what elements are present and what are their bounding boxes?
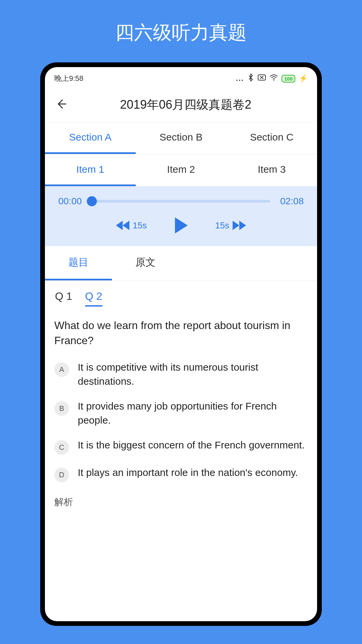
audio-total-time: 02:08: [277, 196, 304, 207]
qnav-q2[interactable]: Q 2: [85, 290, 103, 307]
wifi-icon: [269, 74, 278, 83]
audio-player: 00:00 02:08 15s 15s: [45, 186, 317, 246]
back-button[interactable]: [53, 95, 69, 115]
section-tabs: Section A Section B Section C: [45, 122, 317, 154]
tab-questions[interactable]: 题目: [45, 246, 112, 280]
forward-label: 15s: [215, 220, 229, 231]
answer-text: It is the biggest concern of the French …: [78, 438, 305, 452]
status-time: 晚上9:58: [54, 73, 83, 84]
phone-frame: 晚上9:58 ... 100 ⚡ 2019年06月四级真题卷2: [40, 62, 322, 626]
answer-text: It is competitive with its numerous tour…: [78, 360, 308, 388]
answer-letter: B: [54, 401, 69, 416]
analysis-label[interactable]: 解析: [45, 488, 317, 513]
audio-controls: 15s 15s: [58, 217, 304, 234]
tab-transcript[interactable]: 原文: [112, 246, 179, 280]
slider-thumb[interactable]: [87, 196, 97, 206]
audio-current-time: 00:00: [58, 196, 85, 207]
play-button[interactable]: [167, 217, 195, 234]
answer-option-a[interactable]: A It is competitive with its numerous to…: [53, 355, 309, 394]
svg-point-1: [273, 80, 274, 81]
app-bar: 2019年06月四级真题卷2: [45, 88, 317, 122]
tab-item-1[interactable]: Item 1: [45, 154, 136, 186]
promo-title: 四六级听力真题: [0, 0, 362, 62]
answer-option-c[interactable]: C It is the biggest concern of the Frenc…: [53, 433, 309, 460]
question-text: What do we learn from the report about t…: [45, 310, 317, 355]
tab-item-2[interactable]: Item 2: [136, 154, 227, 186]
answer-text: It plays an important role in the nation…: [78, 466, 298, 480]
status-indicators: ... 100 ⚡: [236, 73, 308, 84]
phone-screen: 晚上9:58 ... 100 ⚡ 2019年06月四级真题卷2: [45, 67, 317, 621]
battery-indicator: 100: [282, 75, 295, 83]
rotation-lock-icon: [257, 74, 266, 83]
charging-icon: ⚡: [299, 74, 308, 83]
item-tabs: Item 1 Item 2 Item 3: [45, 154, 317, 186]
answer-option-b[interactable]: B It provides many job opportunities for…: [53, 394, 309, 433]
rewind-label: 15s: [133, 220, 147, 231]
bluetooth-icon: [247, 73, 254, 84]
content-tabs: 题目 原文: [45, 246, 317, 281]
audio-timeline: 00:00 02:08: [58, 196, 304, 207]
tab-section-b[interactable]: Section B: [136, 122, 227, 154]
question-nav: Q 1 Q 2: [45, 281, 317, 310]
status-bar: 晚上9:58 ... 100 ⚡: [45, 67, 317, 88]
tab-section-a[interactable]: Section A: [45, 122, 136, 154]
answer-list: A It is competitive with its numerous to…: [45, 355, 317, 488]
qnav-q1[interactable]: Q 1: [55, 290, 72, 307]
tab-item-3[interactable]: Item 3: [226, 154, 317, 186]
tab-section-c[interactable]: Section C: [226, 122, 317, 154]
forward-button[interactable]: 15s: [215, 220, 247, 231]
audio-slider[interactable]: [92, 200, 270, 203]
rewind-icon: [115, 220, 130, 231]
answer-option-d[interactable]: D It plays an important role in the nati…: [53, 460, 309, 488]
answer-letter: C: [54, 440, 69, 455]
answer-text: It provides many job opportunities for F…: [78, 399, 308, 427]
more-icon: ...: [236, 74, 244, 83]
answer-letter: A: [54, 362, 69, 377]
rewind-button[interactable]: 15s: [115, 220, 147, 231]
forward-icon: [232, 220, 247, 231]
page-title: 2019年06月四级真题卷2: [82, 97, 289, 113]
answer-letter: D: [54, 468, 69, 482]
